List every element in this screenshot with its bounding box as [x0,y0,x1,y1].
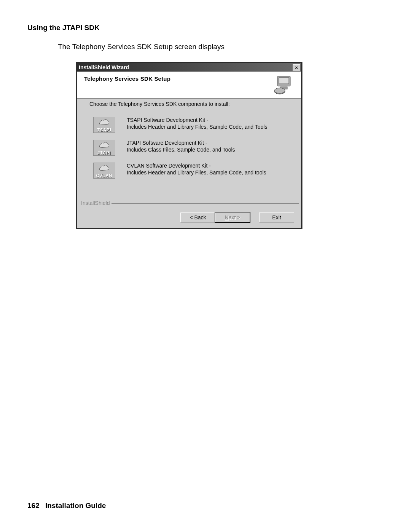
installshield-label: InstallShield [80,200,112,206]
close-button[interactable]: × [293,64,300,71]
window-title: InstallShield Wizard [79,64,129,70]
choose-text: Choose the Telephony Services SDK compon… [89,101,230,107]
option-tsapi[interactable]: TSAPI TSAPI Software Development Kit - I… [93,117,267,133]
exit-button[interactable]: Exit [259,212,294,222]
page-footer: 162 Installation Guide [27,502,106,510]
disk-computer-icon [274,73,296,95]
option-cvlan[interactable]: CVLAN CVLAN Software Development Kit - I… [93,163,266,179]
option-tsapi-text: TSAPI Software Development Kit - Include… [127,117,267,130]
option-cvlan-text: CVLAN Software Development Kit - Include… [127,163,266,176]
footer-title: Installation Guide [45,502,106,510]
page-number: 162 [27,502,40,510]
installshield-dialog: InstallShield Wizard × Telephony Service… [76,62,302,229]
jtapi-icon: JTAPI [93,140,115,156]
banner: Telephony Services SDK Setup [77,72,301,99]
svg-rect-1 [279,78,289,84]
option-jtapi-text: JTAPI Software Development Kit - Include… [127,140,235,153]
tsapi-icon-label: TSAPI [97,128,111,132]
separator-line [80,203,299,204]
banner-title: Telephony Services SDK Setup [84,75,170,82]
intro-text: The Telephony Services SDK Setup screen … [58,43,225,51]
svg-point-4 [274,88,285,93]
cvlan-icon: CVLAN [93,163,115,179]
section-heading: Using the JTAPI SDK [27,24,100,32]
next-button[interactable]: Next > [215,212,250,222]
jtapi-icon-label: JTAPI [97,150,111,155]
tsapi-icon: TSAPI [93,117,115,133]
dialog-footer: InstallShield < Back Next > Exit [77,203,301,228]
content-area: Choose the Telephony Services SDK compon… [77,99,301,205]
close-icon: × [295,65,298,70]
back-button[interactable]: < Back [180,212,215,222]
option-jtapi[interactable]: JTAPI JTAPI Software Development Kit - I… [93,140,235,156]
cvlan-icon-label: CVLAN [96,173,113,178]
titlebar[interactable]: InstallShield Wizard × [77,63,301,72]
